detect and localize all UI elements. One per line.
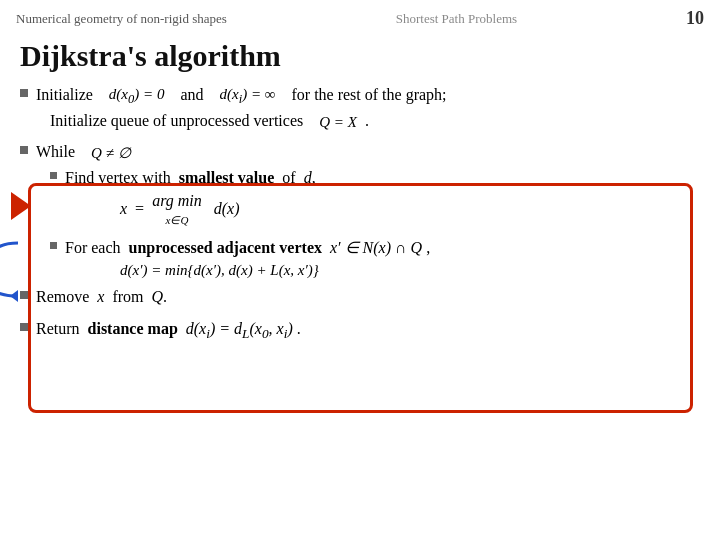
header: Numerical geometry of non-rigid shapes S… <box>0 0 720 33</box>
find-item: Find vertex with smallest value of d, <box>20 166 700 190</box>
bullet-foreach <box>50 242 57 249</box>
return-line: Return distance map d(xi) = dL(x0, xi) . <box>36 317 301 344</box>
bullet-find <box>50 172 57 179</box>
update-formula-block: d(x′) = min{d(x′), d(x) + L(x, x′)} <box>120 262 700 279</box>
bullet-return <box>20 323 28 331</box>
while-line: While Q ≠ ∅ <box>36 140 135 165</box>
foreach-line: For each unprocessed adjacent vertex x′ … <box>65 236 430 260</box>
find-line: Find vertex with smallest value of d, <box>65 166 316 190</box>
remove-line: Remove x from Q. <box>36 285 167 309</box>
argmin-formula-block: x = arg min x∈Q d(x) <box>120 192 700 228</box>
queue-line: Initialize queue of unprocessed vertices… <box>50 109 369 134</box>
queue-item: Initialize queue of unprocessed vertices… <box>20 109 700 134</box>
header-left: Numerical geometry of non-rigid shapes <box>16 11 227 27</box>
initialize-line: Initialize d(x0) = 0 and d(xi) = ∞ for t… <box>36 83 447 109</box>
formula-d-xi: d(xi) = ∞ <box>220 83 276 109</box>
content-area: Initialize d(x0) = 0 and d(xi) = ∞ for t… <box>0 83 720 345</box>
arrow-right-while <box>11 192 31 220</box>
formula-d-x0: d(x0) = 0 <box>109 83 165 109</box>
argmin-span: arg min x∈Q <box>152 192 202 228</box>
return-item: Return distance map d(xi) = dL(x0, xi) . <box>20 317 700 344</box>
bullet-initialize <box>20 89 28 97</box>
formula-d-var: d <box>304 169 312 186</box>
header-center: Shortest Path Problems <box>396 11 517 27</box>
svg-marker-0 <box>10 290 18 302</box>
foreach-item: For each unprocessed adjacent vertex x′ … <box>20 236 700 260</box>
formula-foreach-set: x′ ∈ N(x) ∩ Q <box>330 239 422 256</box>
formula-Q-notempty: Q ≠ ∅ <box>91 142 131 165</box>
header-right: 10 <box>686 8 704 29</box>
formula-Q-X: Q = X <box>319 111 357 134</box>
bullet-while <box>20 146 28 154</box>
formula-return: d(xi) = dL(x0, xi) <box>186 320 293 337</box>
remove-item: Remove x from Q. <box>20 285 700 309</box>
bullet-remove <box>20 291 28 299</box>
page-title: Dijkstra's algorithm <box>0 33 720 83</box>
while-item: While Q ≠ ∅ <box>20 140 700 165</box>
initialize-item: Initialize d(x0) = 0 and d(xi) = ∞ for t… <box>20 83 700 109</box>
